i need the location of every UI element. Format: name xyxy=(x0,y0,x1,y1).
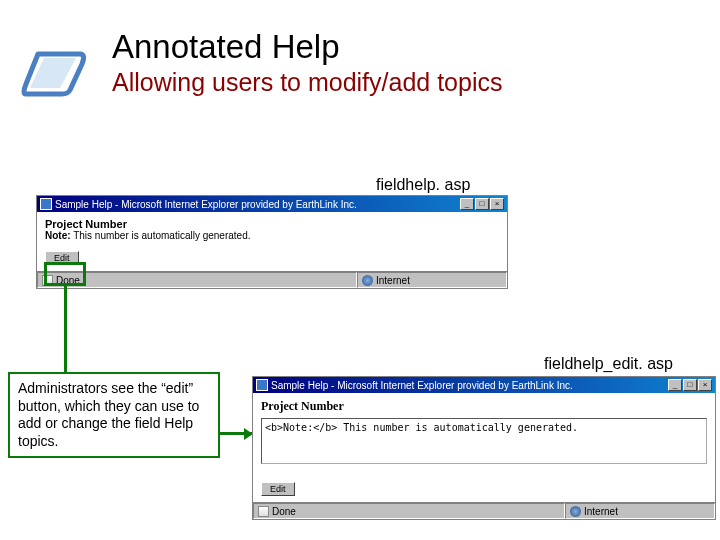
maximize-button[interactable]: □ xyxy=(683,379,697,391)
html-source-textarea[interactable]: <b>Note:</b> This number is automaticall… xyxy=(261,418,707,464)
internet-zone-icon xyxy=(362,275,373,286)
client-area: Project Number <b>Note:</b> This number … xyxy=(253,393,715,502)
status-bar: Done Internet xyxy=(253,502,715,519)
note-label: Note: xyxy=(45,230,71,241)
callout-box: Administrators see the “edit” button, wh… xyxy=(8,372,220,458)
edit-button[interactable]: Edit xyxy=(261,482,295,496)
annotation-arrow-vertical xyxy=(64,286,67,372)
callout-text: Administrators see the “edit” button, wh… xyxy=(18,380,199,449)
status-right-text: Internet xyxy=(376,275,410,286)
close-button[interactable]: × xyxy=(698,379,712,391)
window-title: Sample Help - Microsoft Internet Explore… xyxy=(271,380,573,391)
topic-note: Note: This number is automatically gener… xyxy=(45,230,499,241)
minimize-button[interactable]: _ xyxy=(460,198,474,210)
browser-window-view: Sample Help - Microsoft Internet Explore… xyxy=(36,195,508,289)
client-area: Project Number Note: This number is auto… xyxy=(37,212,507,271)
ie-icon xyxy=(40,198,52,210)
window-title: Sample Help - Microsoft Internet Explore… xyxy=(55,199,357,210)
edit-button[interactable]: Edit xyxy=(45,251,79,265)
filename-label-2: fieldhelp_edit. asp xyxy=(544,355,673,373)
browser-window-edit: Sample Help - Microsoft Internet Explore… xyxy=(252,376,716,520)
internet-zone-icon xyxy=(570,506,581,517)
filename-label-1: fieldhelp. asp xyxy=(376,176,470,194)
close-button[interactable]: × xyxy=(490,198,504,210)
note-text: This number is automatically generated. xyxy=(73,230,250,241)
minimize-button[interactable]: _ xyxy=(668,379,682,391)
maximize-button[interactable]: □ xyxy=(475,198,489,210)
status-bar: Done Internet xyxy=(37,271,507,288)
status-left-text: Done xyxy=(272,506,296,517)
status-right: Internet xyxy=(357,272,507,288)
titlebar: Sample Help - Microsoft Internet Explore… xyxy=(253,377,715,393)
page-icon xyxy=(20,44,94,102)
status-right-text: Internet xyxy=(584,506,618,517)
topic-heading: Project Number xyxy=(261,399,707,414)
topic-heading: Project Number xyxy=(45,218,499,230)
document-icon xyxy=(258,506,269,517)
annotation-arrow-horizontal xyxy=(220,432,252,435)
document-icon xyxy=(42,275,53,286)
slide-title: Annotated Help xyxy=(112,28,502,66)
titlebar: Sample Help - Microsoft Internet Explore… xyxy=(37,196,507,212)
status-left: Done xyxy=(253,503,565,519)
status-right: Internet xyxy=(565,503,715,519)
ie-icon xyxy=(256,379,268,391)
slide-header: Annotated Help Allowing users to modify/… xyxy=(112,28,502,97)
status-left: Done xyxy=(37,272,357,288)
status-left-text: Done xyxy=(56,275,80,286)
slide-subtitle: Allowing users to modify/add topics xyxy=(112,68,502,97)
